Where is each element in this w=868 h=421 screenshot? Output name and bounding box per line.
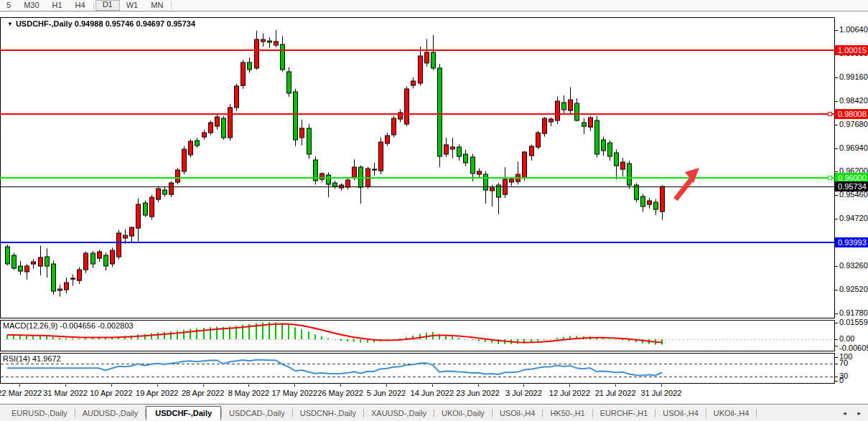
price-axis-tick	[835, 101, 838, 102]
price-badge-0.95734: 0.95734	[835, 181, 868, 191]
tab-scroll-left-icon[interactable]: ◂	[843, 410, 846, 417]
timeframe-button-w1[interactable]: W1	[120, 1, 145, 10]
tab-scroll-nav: ◂▸	[843, 410, 868, 417]
rsi-axis-tick	[835, 381, 838, 382]
symbol-tab-usoil-h4[interactable]: USOil-,H4	[493, 407, 543, 420]
date-label: 31 Mar 2022	[43, 389, 88, 397]
date-label: 26 May 2022	[317, 389, 363, 397]
macd-axis-tick	[835, 346, 838, 346]
rsi-axis-tick	[835, 357, 838, 358]
macd-axis-label: 0.015596	[839, 318, 868, 326]
date-label: 14 Jun 2022	[411, 389, 454, 397]
date-axis-tick	[157, 384, 158, 387]
timeframe-button-d1[interactable]: D1	[95, 0, 120, 11]
price-axis-tick	[835, 313, 838, 314]
tab-separator	[756, 409, 757, 417]
date-axis-tick	[340, 384, 341, 387]
main-chart-pane[interactable]	[0, 17, 835, 318]
rsi-label: RSI(14) 41.9672	[3, 354, 61, 363]
price-axis-label: 1.00640	[839, 25, 868, 34]
trend-arrow-annotation[interactable]	[668, 161, 705, 205]
macd-values: -0.004656 -0.002803	[60, 321, 133, 330]
date-axis: 22 Mar 202231 Mar 202210 Apr 202219 Apr …	[0, 384, 835, 403]
chart-symbol-label: USDCHF-,Daily	[16, 19, 73, 28]
symbol-tab-ukoil-h4[interactable]: UKOil-,H4	[706, 407, 757, 420]
date-axis-tick	[248, 384, 249, 387]
symbol-tab-audusd-daily[interactable]: AUDUSD-,Daily	[75, 407, 146, 420]
price-axis-tick	[835, 266, 838, 267]
price-axis-tick	[835, 219, 838, 219]
date-label: 10 Apr 2022	[90, 389, 132, 397]
date-axis-tick	[386, 384, 387, 387]
symbol-tab-xauusd-daily[interactable]: XAUUSD-,Daily	[364, 407, 434, 420]
price-axis-label: 0.96940	[839, 143, 868, 152]
symbol-tab-eurusd-daily[interactable]: EURUSD-,Daily	[4, 407, 75, 420]
date-axis-tick	[615, 384, 616, 387]
price-badge-0.98008: 0.98008	[835, 109, 868, 119]
date-label: 23 Jun 2022	[456, 389, 500, 397]
timeframe-button-h1[interactable]: H1	[46, 1, 69, 10]
price-axis-tick	[835, 125, 838, 126]
macd-axis-tick	[835, 323, 838, 323]
tab-scroll-right-icon[interactable]: ▸	[857, 410, 861, 417]
toolbar-separator	[93, 1, 94, 9]
date-axis-tick	[569, 384, 570, 387]
price-axis-label: 0.91780	[839, 308, 868, 317]
rsi-pane[interactable]	[0, 353, 835, 384]
date-axis-tick	[432, 384, 433, 387]
macd-axis-label: -0.006055	[839, 344, 868, 352]
price-axis-tick	[835, 148, 838, 149]
symbol-tab-usdcnh-daily[interactable]: USDCNH-,Daily	[293, 407, 363, 420]
symbol-tab-usdcad-daily[interactable]: USDCAD-,Daily	[222, 407, 292, 420]
timeframe-toolbar: 5M30H1H4D1W1MN	[0, 0, 868, 11]
date-label: 5 Jun 2022	[367, 389, 406, 397]
chart-title: ▼USDCHF-,Daily 0.94988 0.95746 0.94697 0…	[7, 19, 195, 28]
symbol-tab-usdchf-daily[interactable]: USDCHF-,Daily	[146, 406, 221, 420]
price-axis-tick	[835, 77, 838, 78]
date-axis-tick	[203, 384, 204, 387]
date-axis-tick	[19, 384, 20, 387]
date-axis-tick	[294, 384, 295, 387]
horizontal-line-0.98008[interactable]	[0, 113, 835, 115]
date-label: 28 Apr 2022	[182, 389, 224, 397]
timeframe-button-mn[interactable]: MN	[144, 1, 169, 10]
price-axis-tick	[835, 290, 838, 290]
date-axis-tick	[478, 384, 479, 387]
symbol-tab-hk50-h1[interactable]: HK50-,H1	[543, 407, 592, 420]
price-axis-label: 0.94720	[839, 214, 868, 222]
date-axis-tick	[65, 384, 66, 387]
chart-ohlc-values: 0.94988 0.95746 0.94697 0.95734	[75, 19, 195, 28]
price-axis-tick	[835, 195, 838, 196]
timeframe-button-h4[interactable]: H4	[69, 1, 92, 10]
toolbar-separator	[171, 1, 172, 9]
horizontal-line-0.93993[interactable]	[0, 242, 835, 243]
price-badge-0.93993: 0.93993	[835, 237, 868, 247]
price-badge-1.00015: 1.00015	[835, 45, 868, 55]
symbol-tab-eurchf-h1[interactable]: EURCHF-,H1	[593, 407, 655, 420]
date-label: 17 May 2022	[271, 389, 317, 397]
chart-dropdown-icon[interactable]: ▼	[7, 21, 13, 27]
candlestick-chart-canvas[interactable]	[1, 18, 834, 318]
horizontal-line-0.96000[interactable]	[0, 177, 835, 179]
timeframe-button-5[interactable]: 5	[0, 1, 17, 10]
symbol-tab-usoil-h4[interactable]: USOil-,H4	[655, 407, 706, 420]
timeframe-button-m30[interactable]: M30	[17, 1, 45, 10]
date-label: 3 Jul 2022	[505, 389, 542, 397]
date-label: 8 May 2022	[228, 389, 269, 397]
rsi-indicator-canvas	[1, 354, 834, 383]
horizontal-line-0.95734[interactable]	[0, 186, 835, 187]
price-axis-label: 0.97680	[839, 120, 868, 128]
line-handle[interactable]	[828, 112, 832, 116]
line-handle[interactable]	[828, 176, 832, 180]
rsi-axis-tick	[835, 377, 838, 377]
terminal-window: 5M30H1H4D1W1MN ▼USDCHF-,Daily 0.94988 0.…	[0, 0, 868, 421]
date-axis-tick	[111, 384, 112, 387]
macd-label: MACD(12,26,9) -0.004656 -0.002803	[3, 321, 134, 330]
price-axis-label: 0.99160	[839, 72, 868, 81]
symbol-tab-ukoil-daily[interactable]: UKOil-,Daily	[434, 407, 492, 420]
horizontal-line-1.00015[interactable]	[0, 49, 835, 51]
date-label: 12 Jul 2022	[549, 389, 590, 397]
date-label: 19 Apr 2022	[136, 389, 178, 397]
macd-axis-label: 0.00	[839, 334, 854, 343]
rsi-axis-label: 0	[839, 376, 844, 384]
